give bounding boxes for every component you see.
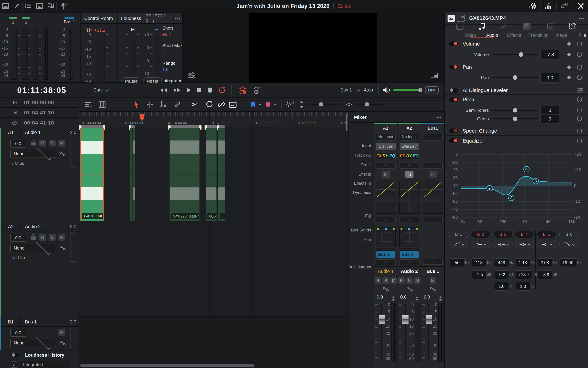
add-effect-button[interactable]: + [423,162,443,169]
tab-effects[interactable]: Effects [493,12,514,38]
inspector-tools-icon[interactable] [575,0,586,12]
stop-button[interactable] [196,87,202,93]
eq-curve[interactable] [461,154,572,217]
band-b6-shape-dropdown[interactable] [559,241,579,248]
reset-icon[interactable] [577,51,583,57]
add-effect-button[interactable]: + [376,162,396,169]
track-header-a1[interactable]: A1 Audio 1 2.0 0.0 R S M None 5 Clips [0,128,79,222]
add-effect-button[interactable]: + [399,162,419,169]
audio-clip-small[interactable] [130,128,135,221]
band-b1-shape-dropdown[interactable] [449,241,469,248]
bus-output-add[interactable]: + [399,259,419,265]
solo-button[interactable]: S [406,277,413,284]
fader-track[interactable] [381,304,382,361]
pan-slider-track[interactable] [492,77,538,78]
link-icon[interactable] [217,98,226,111]
track-fx-slot[interactable]: Dial Lev [376,143,396,150]
eq-point-5[interactable]: 5 [533,178,539,184]
audio-clip-gx022643[interactable]: GX022643.MP4 [169,128,200,221]
bus-output-assignment[interactable]: Bus 1 [400,251,419,258]
tab-image[interactable]: Image [540,12,561,38]
fader-track[interactable] [405,304,406,361]
solo-button[interactable]: S [49,234,56,241]
record-arm-button[interactable]: R [39,234,46,241]
channel-name[interactable]: Audio 1 [374,266,397,276]
chevron-down-icon[interactable] [273,98,277,111]
automation-row[interactable] [374,285,397,293]
automation-curve-icon[interactable] [58,340,66,345]
track-effect-dropdown[interactable]: None [10,244,56,252]
record-arm-button[interactable]: R [39,140,46,147]
integrated-checkbox[interactable]: ✓ [11,361,17,368]
band-b4-shape-dropdown[interactable] [515,241,534,248]
automation-curve-icon[interactable] [58,245,66,250]
bus-send-add[interactable]: + [376,217,396,223]
meter-settings-icon[interactable] [188,72,195,79]
band-b3-gain-field[interactable]: -9.2 [494,270,509,279]
fader-step-up[interactable] [392,295,395,298]
eq-graph-block[interactable]: 0 -10 -20 -30 -40 -50 -60 -70 -80 +24 +1… [445,150,588,225]
scissors-icon[interactable]: ✂ [190,98,199,111]
mute-button[interactable]: M [390,277,397,284]
tab-transition[interactable]: Transition [515,12,538,38]
prev-edit-timecode[interactable]: 01:04:41:10 [0,108,79,118]
eq-point-3[interactable]: 3 [508,195,515,201]
loop-button[interactable] [218,86,226,94]
timeline[interactable]: 01:00:00:00 01:08:00:00 01:16:00:00 01:2… [79,112,348,368]
next-edit-timecode[interactable]: 01:00:00:00 [0,98,79,108]
loudness-menu[interactable]: ••• [173,13,182,23]
band-b3-shape-dropdown[interactable] [493,241,513,248]
horizontal-scrollbar[interactable] [80,364,254,367]
fast-forward-button[interactable] [173,87,181,93]
effects-in-button[interactable]: In [382,171,390,178]
input-selector[interactable]: No Input [399,134,419,140]
bus-send-add[interactable]: + [423,217,443,223]
keyframe-diamond-icon[interactable] [567,65,571,69]
eq-graph[interactable] [376,202,396,214]
effects-in-button[interactable]: In [429,171,437,178]
lock-icon[interactable] [31,142,36,146]
input-selector[interactable] [423,134,443,140]
solo-button[interactable]: S [49,140,56,147]
duration-timecode[interactable]: 00:04:41:10 [0,118,79,128]
semitones-slider-knob[interactable] [513,108,517,112]
pan-toggle[interactable] [449,64,458,70]
zoom-slider-knob[interactable] [319,102,323,106]
selection-tool-icon[interactable] [132,98,141,111]
fader-track[interactable] [428,304,429,361]
bus-output-assignment[interactable]: Bus 1 [376,251,395,258]
hzoom-slider-track[interactable] [356,104,384,105]
mixer-menu[interactable]: ••• [434,112,444,122]
rewind-button[interactable] [160,87,168,93]
band-b3-freq-field[interactable]: 448 [494,258,509,267]
keyframe-diamond-icon[interactable] [567,52,571,56]
automation-row[interactable] [421,285,444,293]
mute-button[interactable]: M [414,277,421,284]
track-effect-dropdown[interactable]: None [10,150,56,158]
solo-button[interactable]: S [382,277,389,284]
eq-graph[interactable] [399,202,419,214]
fader-value[interactable]: 0.0 [424,294,430,300]
bus-output-add[interactable]: + [376,259,396,265]
dynamics-graph[interactable] [423,181,443,198]
cents-slider-knob[interactable] [513,117,517,121]
audio-clip-g4[interactable]: G...4 [206,128,217,221]
marker-pink-icon[interactable] [265,98,271,111]
mute-button[interactable]: M [58,329,65,336]
eq-point-4[interactable]: 4 [523,166,530,172]
band-b6-button[interactable]: B 6 [559,231,579,238]
pan-pad[interactable] [399,227,419,247]
fader-step-up[interactable] [415,295,418,298]
automation-settings-icon[interactable]: ⚙ [253,86,263,95]
semitones-slider-track[interactable] [492,110,538,111]
fader-step-down[interactable] [392,299,395,303]
timeline-options-icon[interactable] [83,98,93,111]
dynamics-graph[interactable] [399,181,419,198]
chevron-down-icon[interactable] [258,98,262,111]
automation-curve-icon[interactable] [58,151,66,156]
playhead[interactable] [142,115,142,368]
track-header-a2[interactable]: A2 Audio 2 2.0 0.0 R S M None No Clip [0,222,79,317]
mute-button[interactable]: M [58,234,65,241]
vertical-zoom-icon[interactable] [298,98,305,111]
order-slot[interactable]: FXDYEQ [376,153,396,159]
